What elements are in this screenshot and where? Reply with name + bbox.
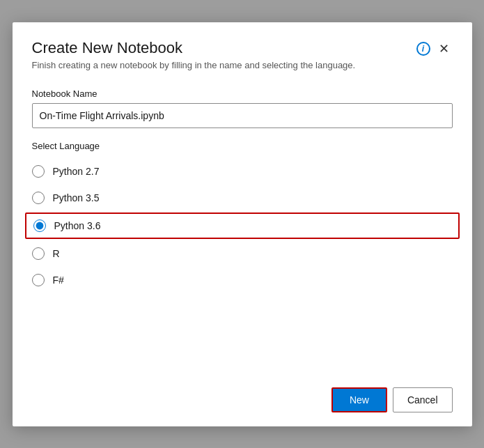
form-section: Notebook Name Select Language Python 2.7… [32, 88, 453, 362]
radio-label-python35: Python 3.5 [53, 192, 100, 203]
select-language-label: Select Language [32, 141, 453, 151]
dialog-footer: New Cancel [32, 379, 453, 412]
radio-fsharp[interactable] [32, 274, 45, 286]
radio-item-python35[interactable]: Python 3.5 [32, 185, 453, 211]
notebook-name-label: Notebook Name [32, 88, 453, 99]
radio-item-python36[interactable]: Python 3.6 [25, 213, 460, 239]
radio-python36[interactable] [33, 219, 46, 232]
close-icon: ✕ [439, 41, 449, 56]
radio-r[interactable] [32, 247, 45, 260]
cancel-button[interactable]: Cancel [393, 387, 453, 412]
radio-label-python27: Python 2.7 [53, 166, 100, 177]
info-icon[interactable]: i [416, 42, 430, 56]
radio-item-r[interactable]: R [32, 240, 453, 267]
dialog-title-area: Create New Notebook Finish creating a ne… [32, 39, 416, 70]
dialog-backdrop: Create New Notebook Finish creating a ne… [0, 0, 484, 448]
create-notebook-dialog: Create New Notebook Finish creating a ne… [13, 22, 472, 426]
radio-item-fsharp[interactable]: F# [32, 267, 453, 293]
radio-label-fsharp: F# [53, 275, 64, 286]
close-button[interactable]: ✕ [436, 40, 453, 57]
radio-label-python36: Python 3.6 [54, 220, 101, 231]
radio-python35[interactable] [32, 192, 45, 204]
radio-item-python27[interactable]: Python 2.7 [32, 158, 453, 185]
dialog-subtitle: Finish creating a new notebook by fillin… [32, 60, 416, 70]
dialog-header-icons: i ✕ [416, 40, 453, 57]
new-button[interactable]: New [331, 387, 387, 412]
radio-python27[interactable] [32, 165, 45, 178]
notebook-name-input[interactable] [32, 103, 453, 128]
radio-label-r: R [53, 248, 60, 259]
dialog-header: Create New Notebook Finish creating a ne… [32, 39, 453, 70]
language-radio-group: Python 2.7 Python 3.5 Python 3.6 R F# [32, 158, 453, 293]
dialog-title: Create New Notebook [32, 39, 416, 57]
